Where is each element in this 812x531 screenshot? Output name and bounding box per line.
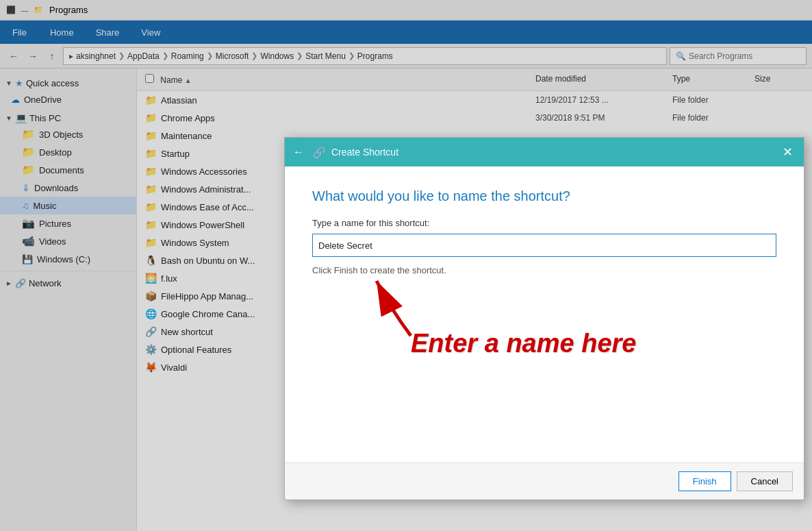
dialog-question: What would you like to name the shortcut… [312,188,776,204]
dialog-input-group: Type a name for this shortcut: [312,218,776,257]
dialog-back-button[interactable]: ← [293,146,304,158]
dialog-label: Type a name for this shortcut: [312,218,776,228]
finish-button[interactable]: Finish [678,471,731,491]
dialog-footer: Finish Cancel [285,462,804,499]
shortcut-icon: 🔗 [312,146,326,159]
cancel-button[interactable]: Cancel [737,471,793,491]
dialog-close-button[interactable]: ✕ [780,145,796,160]
shortcut-name-input[interactable] [312,234,776,257]
dialog-titlebar: ← 🔗 Create Shortcut ✕ [285,138,804,166]
dialog-title: Create Shortcut [331,147,398,158]
annotation-text: Enter a name here [411,329,636,358]
